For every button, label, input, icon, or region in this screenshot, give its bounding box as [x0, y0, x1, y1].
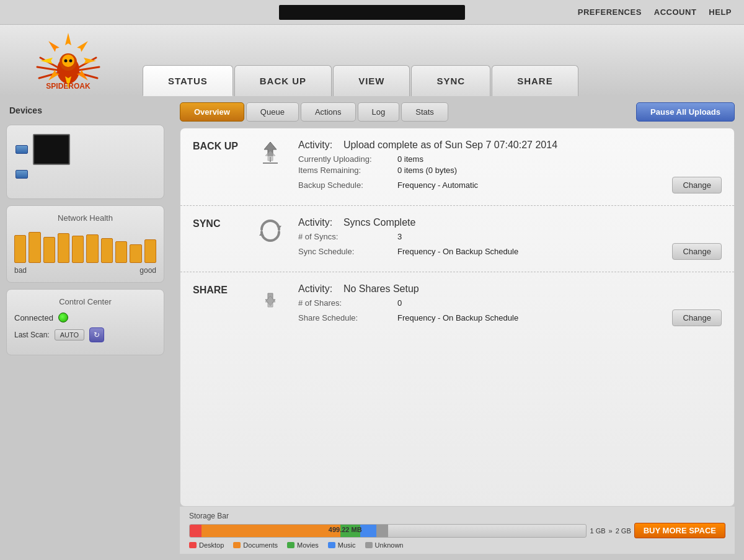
- spideroak-logo: SPIDEROAK: [28, 30, 108, 92]
- svg-marker-8: [65, 33, 71, 45]
- bar-3: [43, 237, 55, 263]
- legend-label-desktop: Desktop: [199, 541, 224, 549]
- storage-499-label: 499.22 MB: [329, 526, 362, 533]
- legend-music: Music: [328, 541, 356, 549]
- sync-change-button[interactable]: Change: [672, 243, 722, 260]
- buy-more-space-button[interactable]: BUY MORE SPACE: [634, 523, 725, 538]
- storage-2gb-marker: 2 GB: [616, 527, 631, 535]
- svg-line-6: [79, 67, 99, 70]
- sync-header: SYNC Activity: Syncs Complete: [193, 217, 722, 262]
- connected-row: Connected: [14, 313, 156, 322]
- devices-panel: [6, 125, 164, 199]
- svg-line-3: [37, 67, 57, 70]
- segment-music: [360, 525, 376, 537]
- subtab-overview[interactable]: Overview: [180, 102, 244, 122]
- help-link[interactable]: HELP: [709, 7, 732, 17]
- connected-label: Connected: [14, 313, 53, 322]
- legend-unknown: Unknown: [365, 541, 404, 549]
- share-activity: Activity: No Shares Setup: [298, 283, 722, 295]
- storage-bar: 499.22 MB: [189, 524, 587, 538]
- account-link[interactable]: ACCOUNT: [654, 7, 697, 17]
- legend-label-music: Music: [338, 541, 356, 549]
- share-num-shares: # of Shares: 0: [298, 298, 722, 308]
- device-icon-2: [16, 170, 28, 179]
- sync-details: Activity: Syncs Complete # of Syncs: 3 S…: [298, 217, 722, 262]
- sync-section: SYNC Activity: Syncs Complete: [180, 206, 734, 272]
- device-item[interactable]: [13, 131, 157, 167]
- control-title: Control Center: [14, 297, 156, 306]
- svg-marker-24: [277, 226, 281, 229]
- share-section: SHARE Activity: No Shares Setup: [180, 272, 734, 338]
- title-bar-input: [279, 5, 465, 20]
- preferences-link[interactable]: PREFERENCES: [578, 7, 642, 17]
- sync-num-syncs: # of Syncs: 3: [298, 232, 722, 241]
- tab-status[interactable]: STATUS: [143, 65, 233, 96]
- subtab-log[interactable]: Log: [358, 102, 400, 122]
- svg-marker-23: [265, 151, 275, 161]
- backup-section: BACK UP Activity: Upload complete as: [180, 128, 734, 206]
- backup-title: BACK UP: [193, 140, 242, 152]
- sync-schedule: Sync Schedule: Frequency - On Backup Sch…: [298, 243, 722, 260]
- legend-documents: Documents: [233, 541, 278, 549]
- share-header: SHARE Activity: No Shares Setup: [193, 283, 722, 328]
- control-panel: Control Center Connected Last Scan: AUTO…: [6, 289, 164, 355]
- header: SPIDEROAK STATUS BACK UP VIEW SYNC SHARE: [0, 25, 744, 96]
- bar-8: [115, 241, 127, 263]
- device-item-2[interactable]: [13, 167, 157, 181]
- sync-arrows-icon: [257, 217, 284, 244]
- pause-all-uploads-button[interactable]: Pause All Uploads: [636, 102, 735, 122]
- share-schedule: Share Schedule: Frequency - On Backup Sc…: [298, 309, 722, 326]
- bar-5: [72, 236, 84, 263]
- backup-activity: Activity: Upload complete as of Sun Sep …: [298, 140, 722, 151]
- last-scan-label: Last Scan:: [14, 331, 50, 339]
- auto-badge[interactable]: AUTO: [55, 329, 84, 340]
- refresh-button[interactable]: ↻: [89, 327, 104, 342]
- connected-indicator: [58, 313, 68, 322]
- subtab-actions[interactable]: Actions: [301, 102, 356, 122]
- backup-currently-uploading: Currently Uploading: 0 items: [298, 154, 722, 164]
- svg-marker-15: [46, 38, 60, 51]
- device-screen: [33, 134, 70, 165]
- overview-panel: BACK UP Activity: Upload complete as: [180, 128, 735, 507]
- share-icon-area: [255, 283, 286, 311]
- logo-area: SPIDEROAK: [0, 24, 136, 98]
- segment-desktop: [190, 525, 202, 537]
- devices-title: Devices: [6, 102, 164, 118]
- sync-icon: [255, 217, 286, 244]
- tab-view[interactable]: VIEW: [333, 65, 410, 96]
- share-arrows-icon: [257, 283, 284, 311]
- legend-label-movies: Movies: [297, 541, 319, 549]
- tab-sync[interactable]: SYNC: [411, 65, 490, 96]
- bar-4: [58, 233, 69, 263]
- top-bar: PREFERENCES ACCOUNT HELP: [0, 0, 744, 25]
- upload-arrows-icon: [257, 140, 284, 167]
- content-area: Overview Queue Actions Log Stats Pause A…: [170, 96, 744, 560]
- tab-share[interactable]: SHARE: [492, 65, 578, 96]
- segment-unknown: [376, 525, 388, 537]
- backup-items-remaining: Items Remaining: 0 items (0 bytes): [298, 166, 722, 175]
- bad-label: bad: [14, 266, 27, 275]
- backup-change-button[interactable]: Change: [672, 177, 722, 193]
- main-content: Devices Network Health: [0, 96, 744, 560]
- network-title: Network Health: [14, 213, 156, 223]
- storage-bar-container: 499.22 MB 1 GB » 2 GB BUY MORE SPACE: [189, 523, 725, 538]
- legend-movies: Movies: [287, 541, 319, 549]
- sidebar: Devices Network Health: [0, 96, 170, 560]
- legend-desktop: Desktop: [189, 541, 224, 549]
- tab-backup[interactable]: BACK UP: [234, 65, 332, 96]
- svg-point-17: [64, 59, 68, 62]
- bar-10: [144, 239, 156, 263]
- svg-point-18: [69, 59, 73, 62]
- svg-text:SPIDEROAK: SPIDEROAK: [46, 82, 91, 91]
- legend-dot-movies: [287, 542, 294, 548]
- subtab-stats[interactable]: Stats: [401, 102, 448, 122]
- subtab-queue[interactable]: Queue: [246, 102, 299, 122]
- health-labels: bad good: [14, 266, 156, 275]
- last-scan-row: Last Scan: AUTO ↻: [14, 327, 156, 342]
- top-nav: PREFERENCES ACCOUNT HELP: [578, 7, 732, 17]
- device-icon: [16, 145, 28, 154]
- segment-docs: [202, 525, 340, 537]
- svg-marker-25: [259, 232, 264, 236]
- share-change-button[interactable]: Change: [672, 309, 722, 326]
- storage-title: Storage Bar: [189, 512, 725, 520]
